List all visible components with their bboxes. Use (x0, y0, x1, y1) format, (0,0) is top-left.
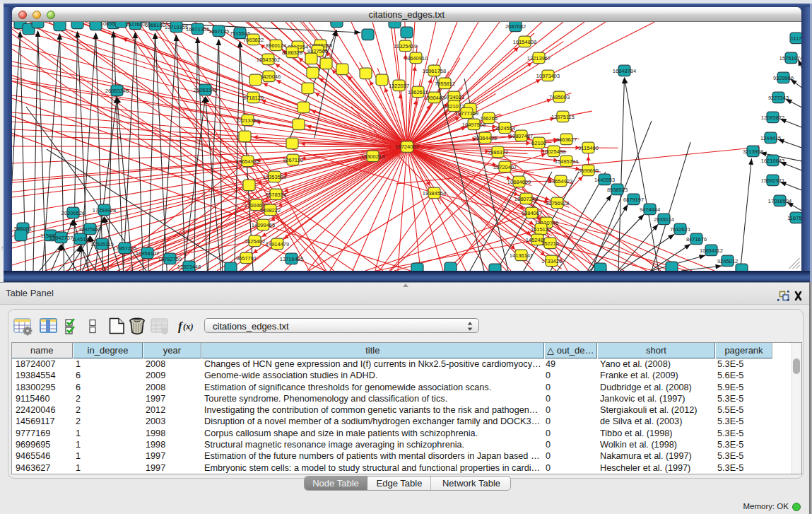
svg-text:13716485: 13716485 (279, 256, 302, 262)
svg-text:12213369: 12213369 (235, 117, 259, 124)
svg-text:12505115: 12505115 (90, 241, 114, 247)
svg-text:18724007: 18724007 (395, 144, 418, 150)
svg-text:15495794: 15495794 (554, 158, 577, 165)
svg-text:14914479: 14914479 (265, 241, 288, 247)
svg-text:3213958: 3213958 (742, 148, 763, 155)
svg-text:7632621: 7632621 (669, 226, 690, 233)
svg-text:17359928: 17359928 (92, 207, 115, 214)
svg-text:8960124: 8960124 (265, 42, 286, 49)
svg-text:16543362: 16543362 (256, 57, 279, 63)
svg-text:12942737: 12942737 (49, 235, 72, 241)
svg-text:116753: 116753 (787, 215, 801, 221)
svg-text:8938923: 8938923 (606, 187, 627, 193)
svg-text:26053346: 26053346 (105, 88, 128, 94)
svg-text:9463627: 9463627 (555, 136, 576, 143)
svg-text:1117: 1117 (790, 35, 801, 42)
svg-text:20364436: 20364436 (473, 135, 496, 141)
svg-text:1440953: 1440953 (594, 177, 614, 183)
svg-text:10719155: 10719155 (164, 24, 187, 30)
svg-text:11325419: 11325419 (394, 43, 417, 49)
svg-text:7955812: 7955812 (434, 81, 454, 87)
svg-text:17957255: 17957255 (112, 245, 136, 252)
svg-text:9227343: 9227343 (767, 95, 788, 101)
svg-text:1733426: 1733426 (541, 258, 561, 264)
svg-text:(x): (x) (183, 322, 194, 332)
svg-text:7986372: 7986372 (487, 149, 507, 156)
svg-text:1615132: 1615132 (530, 226, 551, 233)
svg-text:13654923: 13654923 (548, 178, 572, 185)
svg-text:9384067: 9384067 (521, 210, 541, 216)
svg-text:14099465: 14099465 (251, 222, 274, 228)
svg-text:19777169: 19777169 (454, 110, 478, 117)
svg-text:20053346: 20053346 (193, 87, 216, 93)
svg-text:2087682: 2087682 (505, 23, 525, 30)
svg-text:10958107: 10958107 (135, 250, 158, 257)
svg-text:5498222: 5498222 (259, 207, 280, 214)
svg-text:12923448: 12923448 (177, 264, 200, 270)
svg-text:12093872: 12093872 (760, 115, 784, 121)
svg-text:8471676: 8471676 (686, 236, 706, 243)
svg-text:114514: 114514 (71, 236, 88, 243)
svg-text:30975887: 30975887 (78, 226, 101, 233)
svg-text:16671355: 16671355 (185, 26, 208, 33)
svg-text:16210643: 16210643 (760, 158, 784, 164)
svg-text:9115460: 9115460 (578, 145, 599, 151)
svg-text:1322037: 1322037 (388, 83, 408, 89)
svg-text:2718126: 2718126 (242, 95, 263, 101)
svg-text:7663822: 7663822 (242, 37, 263, 43)
svg-text:15692971: 15692971 (760, 177, 784, 184)
svg-text:16497568: 16497568 (461, 122, 485, 128)
svg-text:16782759: 16782759 (158, 256, 181, 262)
svg-text:252214: 252214 (541, 240, 558, 247)
svg-text:9474444: 9474444 (639, 206, 659, 213)
svg-text:6966160: 6966160 (144, 22, 165, 28)
svg-text:9245012: 9245012 (717, 258, 737, 264)
svg-text:7485003: 7485003 (548, 94, 569, 100)
svg-text:13640910: 13640910 (404, 55, 427, 62)
svg-text:20206526: 20206526 (61, 210, 84, 216)
svg-text:15720407: 15720407 (493, 164, 516, 170)
svg-text:10684609: 10684609 (507, 179, 530, 185)
svg-text:5578334: 5578334 (265, 192, 286, 198)
svg-text:10973493: 10973493 (536, 73, 559, 79)
svg-text:12975115: 12975115 (551, 114, 575, 120)
svg-text:10654112: 10654112 (700, 247, 723, 254)
svg-text:3624554: 3624554 (494, 125, 514, 132)
svg-text:12213967: 12213967 (526, 55, 550, 62)
svg-text:9699695: 9699695 (577, 168, 598, 174)
svg-text:15751074: 15751074 (779, 55, 801, 62)
svg-text:1667135: 1667135 (208, 28, 228, 35)
svg-text:7515546: 7515546 (229, 30, 249, 37)
svg-text:1527602: 1527602 (124, 22, 145, 28)
svg-text:18807249: 18807249 (514, 196, 537, 202)
svg-text:62100: 62100 (531, 140, 546, 146)
svg-text:10807487: 10807487 (509, 133, 532, 139)
svg-text:13353594: 13353594 (262, 174, 286, 180)
svg-text:9657791: 9657791 (235, 255, 256, 262)
svg-text:9329966: 9329966 (772, 75, 793, 81)
svg-text:8186328: 8186328 (281, 49, 302, 56)
svg-text:746266: 746266 (479, 115, 497, 122)
svg-text:6879197: 6879197 (623, 197, 643, 203)
svg-text:15300213: 15300213 (360, 153, 384, 160)
svg-text:9734023: 9734023 (443, 94, 464, 100)
svg-text:16961758: 16961758 (422, 68, 445, 74)
svg-text:2935114: 2935114 (654, 216, 674, 223)
svg-text:3267110: 3267110 (283, 157, 303, 163)
svg-text:10756928: 10756928 (545, 200, 568, 206)
svg-text:1244415: 1244415 (760, 135, 780, 141)
svg-text:7625402: 7625402 (244, 238, 264, 245)
svg-text:19384554: 19384554 (422, 190, 445, 197)
svg-text:17016504: 17016504 (767, 198, 791, 204)
svg-text:19654935: 19654935 (235, 158, 259, 165)
svg-text:16648784: 16648784 (612, 68, 635, 74)
svg-text:14136141: 14136141 (509, 252, 532, 259)
svg-text:16154808: 16154808 (512, 39, 536, 45)
svg-text:10025438: 10025438 (541, 148, 565, 155)
svg-text:1990443: 1990443 (423, 95, 444, 101)
